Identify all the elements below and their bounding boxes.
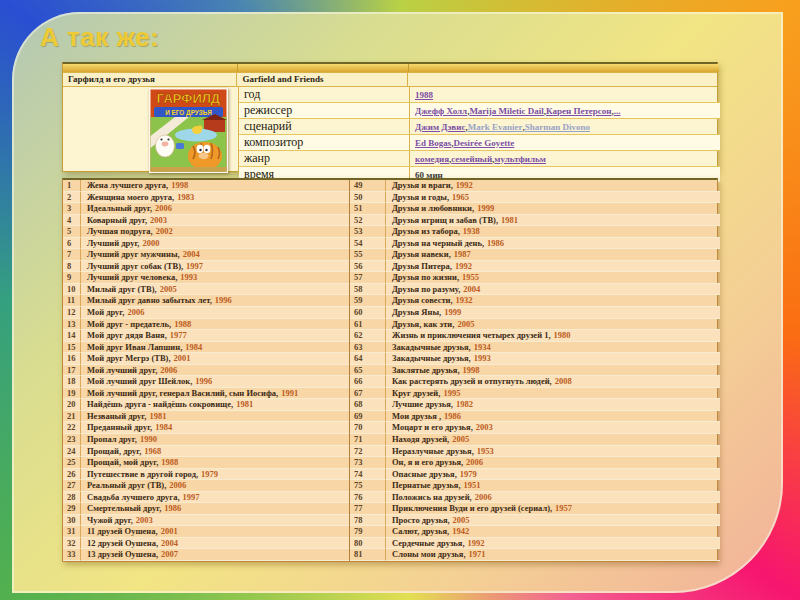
film-title-text: Друзья и годы,: [392, 193, 449, 202]
film-number: 52: [350, 215, 386, 227]
film-year-text: 1979: [460, 470, 477, 479]
info-link[interactable]: комедия: [415, 154, 449, 164]
info-link[interactable]: Ed Bogas: [415, 138, 451, 148]
info-link[interactable]: Sharman Divono: [525, 122, 590, 132]
film-year-text: 2004: [161, 539, 178, 548]
film-number: 62: [350, 330, 386, 342]
film-year-text: 1993: [180, 273, 197, 282]
film-number: 16: [63, 353, 81, 365]
info-link[interactable]: мультфильм: [494, 154, 546, 164]
info-row: жанркомедия, семейный, мультфильм: [239, 151, 720, 167]
film-number: 49: [350, 180, 386, 192]
film-year-text: 1995: [443, 389, 460, 398]
film-title-text: Закадычные друзья,: [392, 343, 471, 352]
film-number: 75: [350, 480, 386, 492]
film-year-text: 2006: [466, 458, 483, 467]
info-row-label: жанр: [239, 151, 410, 166]
film-title-text: Друзья, как эти,: [392, 320, 454, 329]
film-year-text: 1986: [487, 239, 504, 248]
film-title: Лучший друг собак (ТВ),1997: [81, 261, 349, 273]
film-year-text: 1977: [170, 331, 187, 340]
film-number: 50: [350, 192, 386, 204]
film-year-text: 2004: [463, 285, 480, 294]
film-year-text: 2005: [452, 435, 469, 444]
film-number: 14: [63, 330, 81, 342]
film-year-text: 1999: [477, 204, 494, 213]
film-title-text: Приключения Вуди и его друзей (сериал),: [392, 504, 552, 513]
film-title: Лучший друг,2000: [81, 238, 349, 250]
garfield-poster-image: ГАРФИЛД И ЕГО ДРУЗЬЯ: [149, 88, 228, 173]
film-year-text: 1992: [468, 539, 485, 548]
film-title: Закадычные друзья,1993: [386, 353, 720, 365]
film-title-text: Сердечные друзья,: [392, 539, 465, 548]
film-number: 58: [350, 284, 386, 296]
poster-title-text: ГАРФИЛД: [157, 91, 221, 106]
film-number: 54: [350, 238, 386, 250]
slide-panel: А так же: Гарфилд и его друзья Garfield …: [12, 12, 783, 593]
film-year-text: 1938: [463, 227, 480, 236]
info-row-label: сценарий: [239, 119, 410, 134]
film-year-text: 1981: [236, 400, 253, 409]
film-number: 76: [350, 492, 386, 504]
film-title: Друзья Яны,1999: [386, 307, 720, 319]
film-title-text: Милый друг давно забытых лет,: [87, 296, 212, 305]
film-year-text: 1981: [149, 412, 166, 421]
film-title-text: Мой лучший друг Шейлок,: [87, 377, 192, 386]
film-title: Друзья совести,1932: [386, 295, 720, 307]
film-title-text: Лучший друг,: [87, 239, 139, 248]
info-link[interactable]: 1988: [415, 90, 433, 100]
info-link[interactable]: ...: [614, 106, 621, 116]
info-table-title-row: Гарфилд и его друзья Garfield and Friend…: [63, 72, 717, 87]
info-link[interactable]: Джим Дэвис: [415, 122, 465, 132]
film-year-text: 1957: [555, 504, 572, 513]
film-title-text: Путешествие в другой город,: [87, 470, 198, 479]
film-title-text: Моцарт и его друзья,: [392, 423, 473, 432]
film-title: Милый друг (ТВ),2005: [81, 284, 349, 296]
film-year-text: 1984: [155, 423, 172, 432]
film-title: Друзья, как эти,2005: [386, 319, 720, 331]
film-title-text: Прощай, друг,: [87, 447, 141, 456]
film-title: Мой лучший друг, генерал Василий, сын Ио…: [81, 388, 349, 400]
film-title: Лучшая подруга,2002: [81, 226, 349, 238]
film-year-text: 2003: [136, 516, 153, 525]
film-year-text: 1984: [185, 343, 202, 352]
film-title-text: Коварный друг,: [87, 216, 147, 225]
film-number: 78: [350, 515, 386, 527]
film-title: Реальный друг (ТВ),2006: [81, 480, 349, 492]
film-number: 65: [350, 365, 386, 377]
film-year-text: 1993: [474, 354, 491, 363]
film-year-text: 1986: [164, 504, 181, 513]
info-link[interactable]: семейный: [451, 154, 492, 164]
film-title: Чужой друг,2003: [81, 515, 349, 527]
info-table-header-strip: [63, 64, 717, 72]
film-number: 20: [63, 399, 81, 411]
film-number: 7: [63, 249, 81, 261]
film-title-text: Просто друзья,: [392, 516, 450, 525]
film-title-text: Друзья навеки,: [392, 250, 451, 259]
info-link[interactable]: Джефф Холл: [415, 106, 467, 116]
film-title-text: Друзья Яны,: [392, 308, 441, 317]
film-year-text: 2002: [156, 227, 173, 236]
info-link[interactable]: Карен Петерсон: [546, 106, 611, 116]
film-number: 68: [350, 399, 386, 411]
film-title-text: Круг друзей,: [392, 389, 440, 398]
film-title-text: Реальный друг (ТВ),: [87, 481, 166, 490]
film-number: 56: [350, 261, 386, 273]
info-link[interactable]: Marija Miletic Dail: [469, 106, 543, 116]
film-title-text: Неразлучные друзья,: [392, 447, 474, 456]
film-title: Пернатые друзья,1951: [386, 480, 720, 492]
info-link[interactable]: Desirée Goyette: [454, 138, 515, 148]
info-link[interactable]: Mark Evanier: [468, 122, 523, 132]
film-title: Свадьба лучшего друга,1997: [81, 492, 349, 504]
film-number: 22: [63, 422, 81, 434]
film-year-text: 2005: [457, 320, 474, 329]
film-title: Мой лучший друг,2006: [81, 365, 349, 377]
film-number: 10: [63, 284, 81, 296]
film-title: Друзья навеки,1987: [386, 249, 720, 261]
film-number: 21: [63, 411, 81, 423]
film-title: Друзья по жизни,1955: [386, 272, 720, 284]
film-title: Он, я и его друзья,2006: [386, 457, 720, 469]
film-title: Друзья игрищ и забав (ТВ),1981: [386, 215, 720, 227]
film-number: 69: [350, 411, 386, 423]
film-title: Мой лучший друг Шейлок,1996: [81, 376, 349, 388]
